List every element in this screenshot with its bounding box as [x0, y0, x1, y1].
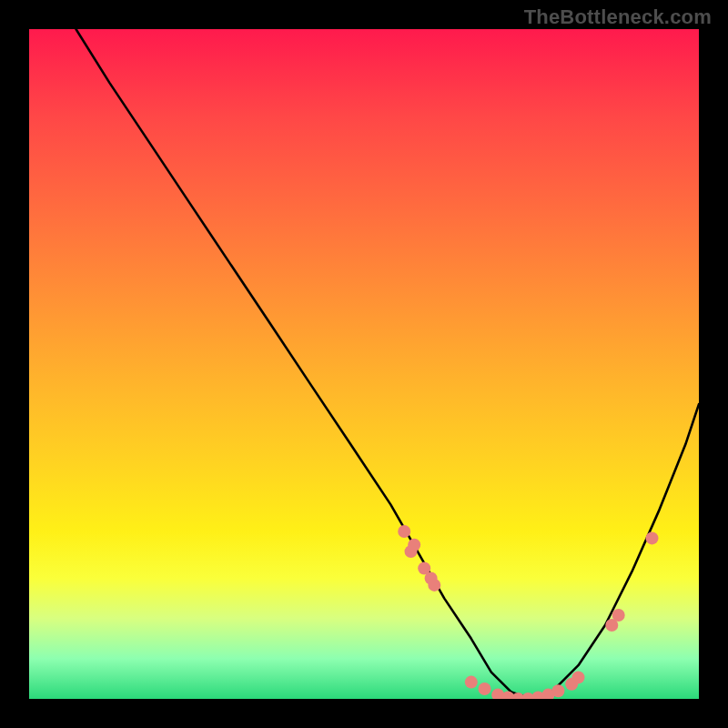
- chart-frame: TheBottleneck.com: [0, 0, 728, 728]
- chart-svg: [29, 29, 699, 699]
- curve-dot: [479, 682, 491, 695]
- curve-dot: [405, 545, 418, 558]
- curve-dot: [551, 684, 564, 697]
- curve-dot: [398, 525, 410, 538]
- curve-dot: [612, 609, 625, 622]
- bottleneck-curve: [76, 29, 700, 699]
- curve-dot: [465, 676, 478, 689]
- plot-area: [29, 29, 699, 699]
- curve-dot: [646, 531, 659, 544]
- curve-markers: [398, 525, 658, 699]
- watermark-text: TheBottleneck.com: [524, 5, 712, 29]
- curve-dot: [428, 579, 440, 592]
- curve-dot: [572, 671, 585, 683]
